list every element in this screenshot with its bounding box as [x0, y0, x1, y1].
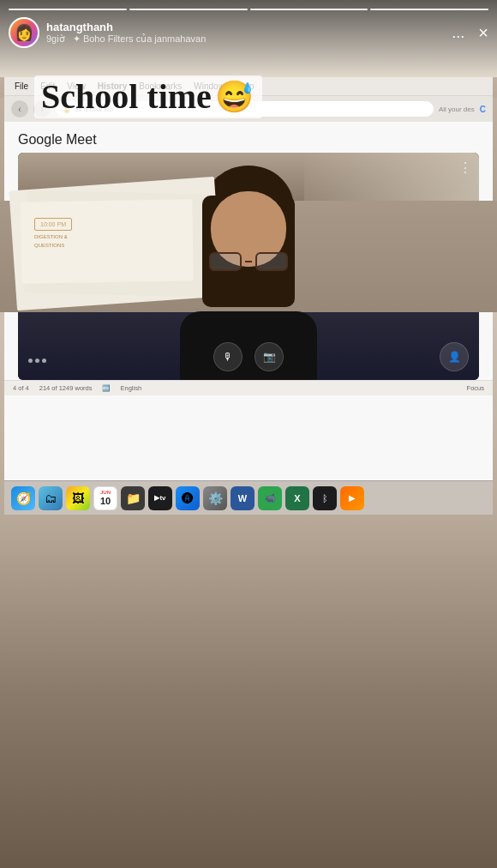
timestamp: 9giờ — [46, 33, 65, 44]
username[interactable]: hatangthanh — [46, 21, 445, 33]
paper-stamp: 10:00 PM DIGESTION & QUESTIONS — [34, 218, 146, 269]
focus-mode[interactable]: Focus — [467, 384, 484, 392]
language: English — [120, 384, 141, 392]
school-time-banner: School time 😅 — [34, 75, 262, 118]
school-time-text: School time — [41, 80, 212, 114]
browser-icon-c: C — [480, 105, 486, 114]
glass-lens-left — [209, 252, 242, 271]
camera-button[interactable]: 📷 — [254, 342, 284, 371]
dock-safari[interactable]: 🧭 — [11, 486, 35, 510]
user-info: hatangthanh 9giờ ✦ Boho Filters của janm… — [46, 21, 445, 45]
meet-controls: 🎙 📷 👤 — [18, 342, 479, 371]
close-story-button[interactable]: × — [478, 23, 488, 43]
photo-content: File Edit View History Bookmarks Window … — [0, 77, 497, 868]
word-count: 214 of 1249 words — [39, 384, 93, 392]
filter-label: ✦ Boho Filters của janmahavan — [73, 33, 206, 44]
story-container: File Edit View History Bookmarks Window … — [0, 0, 497, 868]
person-face — [211, 191, 286, 267]
dock-files[interactable]: 📁 — [121, 486, 145, 510]
school-time-emoji: 😅 — [215, 79, 254, 115]
dock-calendar[interactable]: JUN 10 — [93, 486, 117, 510]
meet-dots-btn[interactable] — [28, 359, 46, 363]
google-meet-title: Google Meet — [4, 122, 493, 153]
extension-area: All your des — [439, 105, 475, 113]
meet-more-options[interactable]: ⋮ — [458, 160, 472, 176]
menu-file[interactable]: File — [15, 81, 28, 91]
stamp-text-2: DIGESTION & — [34, 234, 68, 239]
user-avatar[interactable]: 👩 — [9, 17, 39, 48]
dock-facetime[interactable]: 📹 — [258, 486, 282, 510]
spelling-check: 🔤 — [102, 384, 110, 392]
mic-button[interactable]: 🎙 — [213, 342, 243, 371]
glass-bridge — [245, 261, 251, 262]
person-glasses — [209, 251, 288, 272]
back-button[interactable]: ‹ — [11, 100, 28, 118]
dock-bluetooth[interactable]: ᛒ — [313, 486, 337, 510]
macos-dock: 🧭 🗂 🖼 JUN 10 📁 ▶tv 🅐 ⚙️ W 📹 — [4, 480, 493, 515]
dock-orange-app[interactable]: ▶ — [340, 486, 364, 510]
dock-settings[interactable]: ⚙️ — [203, 486, 227, 510]
progress-seg-4 — [370, 9, 488, 10]
story-top-bar: 👩 hatangthanh 9giờ ✦ Boho Filters của ja… — [0, 0, 497, 77]
story-meta: 9giờ ✦ Boho Filters của janmahavan — [46, 33, 445, 45]
document-status-bar: 4 of 4 214 of 1249 words 🔤 English Focus — [4, 380, 493, 395]
dock-word[interactable]: W — [231, 486, 254, 510]
dock-finder[interactable]: 🗂 — [39, 486, 63, 510]
dock-appletv[interactable]: ▶tv — [148, 486, 172, 510]
story-actions: ... × — [452, 23, 488, 43]
glass-lens-right — [255, 252, 288, 271]
participants-button[interactable]: 👤 — [440, 342, 469, 371]
page-count: 4 of 4 — [13, 384, 29, 392]
story-user-row: 👩 hatangthanh 9giờ ✦ Boho Filters của ja… — [0, 10, 497, 55]
dock-excel[interactable]: X — [285, 486, 309, 510]
stamp-text-3: QUESTIONS — [34, 243, 64, 248]
progress-bars — [0, 0, 497, 10]
stamp-box: 10:00 PM — [34, 218, 72, 231]
dock-appstore[interactable]: 🅐 — [176, 486, 200, 510]
more-options-button[interactable]: ... — [452, 24, 464, 42]
dock-photos[interactable]: 🖼 — [66, 486, 90, 510]
